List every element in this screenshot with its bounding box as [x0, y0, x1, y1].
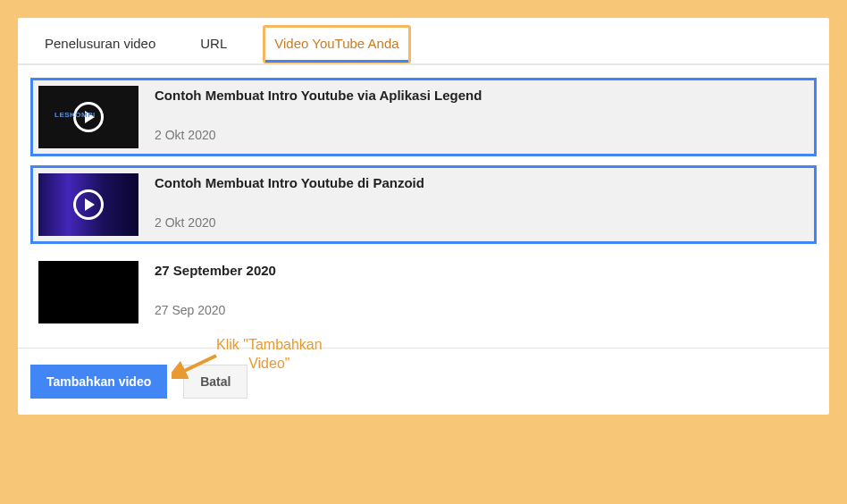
tab-url[interactable]: URL — [191, 25, 236, 63]
video-list: LESKOMPI Contoh Membuat Intro Youtube vi… — [18, 65, 829, 348]
video-meta: Contoh Membuat Intro Youtube di Panzoid … — [155, 173, 809, 230]
video-date: 2 Okt 2020 — [155, 215, 809, 230]
video-meta: 27 September 2020 27 Sep 2020 — [155, 261, 809, 317]
tab-search[interactable]: Penelusuran video — [36, 25, 164, 63]
video-title: Contoh Membuat Intro Youtube di Panzoid — [155, 175, 809, 190]
thumb-label: LESKOMPI — [55, 111, 96, 119]
tabs: Penelusuran video URL Video YouTube Anda — [18, 18, 829, 65]
tab-your-videos[interactable]: Video YouTube Anda — [263, 25, 410, 63]
video-title: 27 September 2020 — [155, 263, 809, 278]
play-icon — [73, 189, 104, 220]
video-thumbnail: LESKOMPI — [38, 86, 138, 148]
annotation-label: Klik "TambahkanVideo" — [216, 336, 323, 374]
video-item[interactable]: 27 September 2020 27 Sep 2020 — [30, 253, 817, 332]
video-item[interactable]: LESKOMPI Contoh Membuat Intro Youtube vi… — [30, 78, 817, 156]
video-picker-dialog: Penelusuran video URL Video YouTube Anda… — [18, 18, 829, 415]
add-video-button[interactable]: Tambahkan video — [30, 365, 167, 399]
video-date: 27 Sep 2020 — [155, 303, 809, 317]
video-thumbnail — [38, 261, 138, 323]
video-thumbnail — [38, 173, 138, 236]
dialog-footer: Tambahkan video Batal Klik "TambahkanVid… — [18, 348, 829, 415]
video-meta: Contoh Membuat Intro Youtube via Aplikas… — [155, 86, 809, 142]
video-title: Contoh Membuat Intro Youtube via Aplikas… — [155, 88, 809, 103]
video-date: 2 Okt 2020 — [155, 128, 809, 142]
video-item[interactable]: Contoh Membuat Intro Youtube di Panzoid … — [30, 165, 817, 244]
